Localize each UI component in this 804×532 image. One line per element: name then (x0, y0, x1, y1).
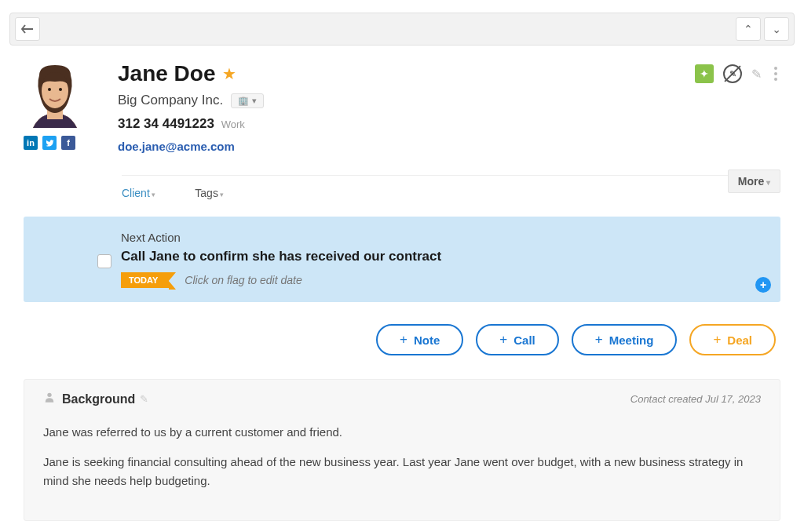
tags-dropdown[interactable]: Tags (195, 187, 224, 199)
star-icon[interactable]: ★ (222, 64, 236, 83)
more-menu-button[interactable] (771, 64, 780, 84)
avatar[interactable] (24, 61, 86, 128)
linkedin-icon[interactable]: in (24, 136, 38, 150)
chevron-down-icon: ⌃ (772, 23, 781, 35)
contact-name: Jane Doe (118, 61, 216, 86)
plus-icon: + (499, 332, 507, 348)
magic-action-button[interactable]: ✦ (695, 64, 714, 83)
chevron-up-icon: ⌃ (744, 23, 753, 35)
next-button[interactable]: ⌃ (764, 17, 789, 41)
no-entry-button[interactable]: ✎ (723, 64, 742, 83)
meeting-button[interactable]: +Meeting (572, 324, 678, 355)
next-action-checkbox[interactable] (97, 254, 111, 268)
plus-icon: + (595, 332, 603, 348)
phone-type: Work (221, 118, 245, 130)
svg-point-1 (48, 88, 51, 91)
deal-button[interactable]: +Deal (689, 324, 776, 355)
svg-point-3 (47, 393, 51, 397)
topbar: ⌃ ⌃ (9, 13, 795, 46)
background-section: Background ✎ Contact created Jul 17, 202… (24, 379, 780, 521)
next-action-panel: Next Action Call Jane to confirm she has… (24, 217, 780, 302)
person-icon (43, 391, 56, 407)
back-arrow-icon (21, 24, 34, 34)
back-button[interactable] (15, 17, 40, 41)
background-paragraph: Jane was referred to us by a current cus… (43, 423, 761, 442)
email-link[interactable]: doe.jane@acme.com (118, 140, 235, 153)
next-action-text: Call Jane to confirm she has received ou… (121, 249, 441, 264)
flag-hint: Click on flag to edit date (185, 274, 302, 286)
today-flag[interactable]: TODAY (121, 272, 169, 288)
add-action-button[interactable]: + (755, 277, 771, 293)
plus-icon: + (713, 332, 721, 348)
facebook-icon[interactable]: f (61, 136, 75, 150)
phone-number[interactable]: 312 34 4491223 (118, 116, 214, 131)
sparkle-icon: ✦ (700, 67, 709, 80)
contact-header: in f Jane Doe ★ ✦ ✎ ✎ Big Company Inc. 🏢… (0, 46, 804, 161)
background-edit-button[interactable]: ✎ (140, 393, 148, 405)
building-icon: 🏢 (238, 96, 249, 106)
company-name: Big Company Inc. (118, 93, 223, 108)
twitter-icon[interactable] (42, 136, 57, 150)
background-paragraph: Jane is seeking financial consulting ahe… (43, 453, 761, 490)
plus-icon: + (400, 332, 407, 348)
svg-point-2 (59, 88, 62, 91)
pencil-crossed-icon: ✎ (729, 69, 736, 79)
note-button[interactable]: +Note (376, 324, 463, 355)
action-buttons: +Note +Call +Meeting +Deal (28, 324, 776, 355)
contact-created-date: Contact created Jul 17, 2023 (630, 393, 761, 405)
background-title: Background (62, 392, 135, 406)
background-body: Jane was referred to us by a current cus… (43, 423, 761, 490)
avatar-image (24, 61, 86, 128)
prev-button[interactable]: ⌃ (736, 17, 761, 41)
client-dropdown[interactable]: Client (122, 187, 155, 199)
more-button[interactable]: More (728, 169, 780, 193)
call-button[interactable]: +Call (476, 324, 558, 355)
edit-button[interactable]: ✎ (751, 67, 762, 82)
company-selector[interactable]: 🏢▾ (231, 93, 264, 108)
next-action-label: Next Action (121, 231, 762, 244)
